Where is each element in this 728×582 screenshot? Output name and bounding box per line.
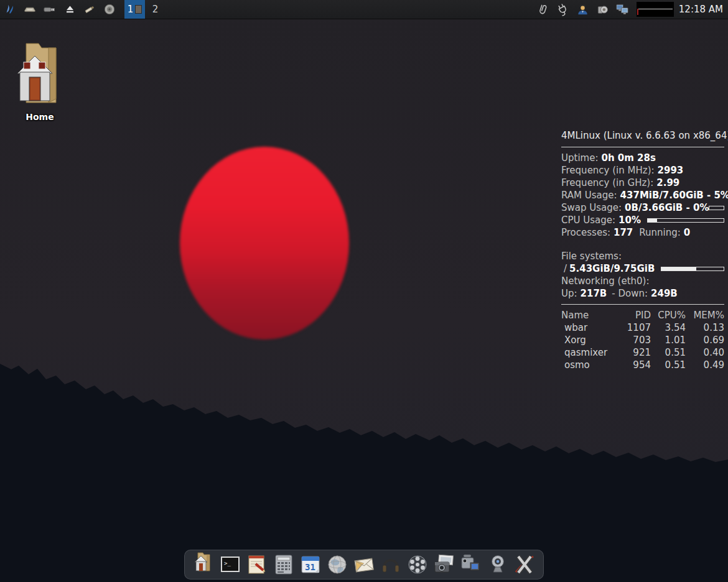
conky-system-monitor: 4MLinux (Linux v. 6.6.63 on x86_64) Upti… <box>561 129 724 371</box>
filesystem-usage-bar <box>661 267 724 271</box>
webcam-icon <box>487 553 509 576</box>
col-header-cpu: CPU% <box>651 309 686 321</box>
workspace-2-label: 2 <box>152 4 159 15</box>
workspace-2[interactable]: 2 <box>145 0 166 19</box>
filesystems-header: File systems: <box>561 250 724 262</box>
fourmlinux-logo-icon[interactable] <box>2 2 17 17</box>
red-sun-image <box>180 147 349 340</box>
filesystem-root-row: / 5.43GiB/9.75GiB <box>561 262 724 275</box>
freq-mhz-row: Frequency (in MHz): 2993 <box>561 164 724 177</box>
conky-title: 4MLinux (Linux v. 6.6.63 on x86_64) <box>561 129 724 142</box>
col-header-name: Name <box>561 309 615 321</box>
eject-icon[interactable] <box>62 2 77 17</box>
dock-webcam[interactable] <box>487 553 509 576</box>
volume-icon[interactable] <box>102 2 117 17</box>
dock-audio-player[interactable] <box>380 553 402 576</box>
process-name: qasmixer <box>561 346 615 359</box>
forest-silhouette <box>0 348 728 582</box>
cdrom-drive-icon[interactable] <box>22 2 37 17</box>
home-icon-label: Home <box>9 112 71 122</box>
audio-speaker-icon[interactable] <box>595 2 610 17</box>
home-folder-icon <box>192 547 215 576</box>
dock-mail[interactable] <box>353 553 375 576</box>
home-folder-icon <box>11 39 68 107</box>
svg-text:>_: >_ <box>224 560 231 566</box>
conky-gap <box>561 239 724 250</box>
networking-header: Networking (eth0): <box>561 275 724 287</box>
dock-video-player[interactable] <box>406 553 429 576</box>
process-mem: 0.40 <box>686 346 724 359</box>
process-pid: 954 <box>615 359 651 371</box>
process-table: Name PID CPU% MEM% wbar 1107 3.54 0.13 X… <box>561 309 724 371</box>
process-mem: 0.69 <box>686 334 724 346</box>
process-mem: 0.13 <box>686 321 724 334</box>
cpu-usage-bar <box>647 218 724 223</box>
camcorder-icon <box>460 553 482 576</box>
headphones-icon <box>380 553 402 576</box>
ram-usage-row: RAM Usage: 437MiB/7.60GiB - 5% <box>561 189 724 201</box>
dock-text-editor[interactable] <box>246 553 268 576</box>
dock-xorg[interactable] <box>513 553 536 576</box>
freq-ghz-row: Frequency (in GHz): 2.99 <box>561 177 724 189</box>
power-plug-icon[interactable] <box>556 2 571 17</box>
conky-divider <box>561 147 724 147</box>
top-panel: 1 2 <box>0 0 728 19</box>
workspace-switcher: 1 2 <box>124 0 166 19</box>
process-pid: 921 <box>615 346 651 359</box>
envelope-icon <box>353 553 375 576</box>
home-desktop-icon[interactable]: Home <box>9 39 71 122</box>
dock-web-browser[interactable] <box>326 553 348 576</box>
cpu-usage-row: CPU Usage: 10% <box>561 214 724 226</box>
load-graph-line <box>638 9 673 9</box>
network-updown-row: Up: 217B - Down: 249B <box>561 287 724 300</box>
calculator-icon <box>273 553 295 576</box>
dock-terminal[interactable]: >_ <box>219 553 241 576</box>
process-mem: 0.49 <box>686 359 724 371</box>
dock-calculator[interactable] <box>273 553 295 576</box>
process-cpu: 3.54 <box>651 321 686 334</box>
process-name: wbar <box>561 321 615 334</box>
col-header-mem: MEM% <box>686 309 724 321</box>
workspace-1-label: 1 <box>128 4 134 15</box>
processes-row: Processes: 177 Running: 0 <box>561 226 724 239</box>
panel-clock: 12:18 AM <box>679 4 723 15</box>
svg-text:31: 31 <box>305 562 315 572</box>
swap-usage-row: Swap Usage: 0B/3.66GiB - 0% <box>561 201 724 214</box>
uptime-row: Uptime: 0h 0m 28s <box>561 152 724 164</box>
paperclip-icon[interactable] <box>536 2 551 17</box>
wbar-dock: >_ <box>184 550 544 580</box>
unmount-tool-icon[interactable] <box>82 2 97 17</box>
workspace-1[interactable]: 1 <box>124 0 145 19</box>
network-computers-icon[interactable] <box>615 2 630 17</box>
process-pid: 1107 <box>615 321 651 334</box>
calendar-icon: 31 <box>299 553 322 576</box>
process-cpu: 0.51 <box>651 359 686 371</box>
process-cpu: 0.51 <box>651 346 686 359</box>
dock-home-file-manager[interactable] <box>192 553 215 576</box>
col-header-pid: PID <box>615 309 651 321</box>
dock-photo-camera[interactable] <box>433 553 455 576</box>
swap-usage-bar <box>709 206 724 210</box>
workspace-window-rect <box>135 5 142 14</box>
movie-reel-icon <box>406 553 429 576</box>
terminal-icon: >_ <box>219 553 241 576</box>
process-name: Xorg <box>561 334 615 346</box>
load-graph-monitor <box>637 2 674 17</box>
camera-icon <box>433 553 455 576</box>
process-pid: 703 <box>615 334 651 346</box>
dock-calendar[interactable]: 31 <box>299 553 322 576</box>
process-name: osmo <box>561 359 615 371</box>
xorg-icon <box>513 553 536 576</box>
globe-icon <box>326 553 348 576</box>
dock-camcorder[interactable] <box>460 553 482 576</box>
usb-drive-icon[interactable] <box>42 2 57 17</box>
notes-icon <box>246 553 268 576</box>
conky-divider <box>561 304 724 305</box>
user-icon[interactable] <box>576 2 590 17</box>
process-cpu: 1.01 <box>651 334 686 346</box>
load-graph-tick <box>637 9 638 15</box>
